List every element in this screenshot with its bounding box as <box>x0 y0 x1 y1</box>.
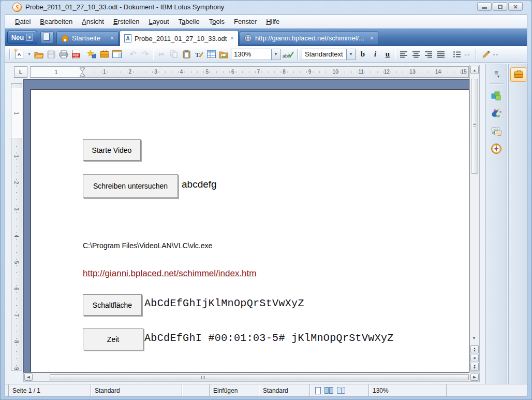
menu-item[interactable]: Bearbeiten <box>35 16 77 27</box>
toolbar-grip[interactable] <box>9 49 11 60</box>
tab-document[interactable]: A Probe_2011_01_27_10_33.odt × <box>120 30 239 46</box>
new-dropdown-arrow-icon[interactable]: ▾ <box>25 48 33 61</box>
menu-item[interactable]: Erstellen <box>109 16 144 27</box>
menu-item[interactable]: Fenster <box>229 16 261 27</box>
menu-item[interactable]: Layout <box>144 16 173 27</box>
copy-icon[interactable] <box>168 48 180 61</box>
spellcheck-icon[interactable]: abc <box>282 48 295 61</box>
toolbar-grip[interactable] <box>476 49 477 60</box>
menu-item[interactable]: Tools <box>204 16 229 27</box>
gallery-photos-icon[interactable] <box>490 124 503 138</box>
tab-stop-selector[interactable]: L <box>14 66 27 78</box>
tab-close-icon[interactable]: × <box>110 36 114 41</box>
export-pdf-icon[interactable]: PDF <box>70 48 82 61</box>
toolbox-button[interactable] <box>510 67 526 82</box>
toolbar-grip[interactable] <box>297 49 299 60</box>
indent-marker[interactable] <box>79 67 85 77</box>
hyperlink[interactable]: http://gianni.bplaced.net/schimmel/index… <box>83 268 256 279</box>
document-page[interactable]: Starte Video Schreiben untersuchen abcde… <box>31 89 469 373</box>
single-page-view-icon[interactable] <box>315 387 321 394</box>
cut-icon[interactable]: ✂ <box>155 48 168 61</box>
previous-page-button[interactable]: ▲▲ <box>470 345 479 353</box>
panel-window-icon[interactable] <box>111 48 123 61</box>
starte-video-button[interactable]: Starte Video <box>83 139 141 161</box>
toolbar-separator <box>125 49 125 60</box>
status-selection-mode[interactable]: Standard <box>259 384 310 396</box>
close-button[interactable]: × <box>508 2 523 11</box>
toolbar-overflow-icon[interactable]: ⌄⌄ <box>463 48 470 61</box>
status-zoom[interactable]: 130% <box>369 384 447 396</box>
redo-icon[interactable]: ↷ <box>139 48 152 61</box>
horizontal-scroll-thumb[interactable] <box>50 374 469 380</box>
next-page-button[interactable]: ▼▼ <box>470 363 479 371</box>
status-blank-segment <box>182 384 210 396</box>
tab-browser[interactable]: http://gianni.bplaced.net/schimmel/... × <box>240 31 378 45</box>
new-from-template-icon[interactable] <box>86 48 98 61</box>
align-justify-icon[interactable] <box>435 48 447 61</box>
vertical-ruler[interactable]: 1 123456789 <box>11 83 22 370</box>
bullet-list-icon[interactable] <box>451 48 463 61</box>
zoom-combo[interactable]: 130% ▼ <box>231 49 280 60</box>
underline-button[interactable]: u <box>381 48 394 61</box>
horizontal-scrollbar[interactable]: ◀ ▶ <box>23 373 480 382</box>
zeit-button[interactable]: Zeit <box>83 328 143 350</box>
schreiben-untersuchen-button[interactable]: Schreiben untersuchen <box>83 174 178 198</box>
bold-button[interactable]: b <box>357 48 369 61</box>
scroll-left-icon[interactable]: ◀ <box>24 374 33 381</box>
align-left-icon[interactable] <box>397 48 410 61</box>
tab-close-icon[interactable]: × <box>370 36 374 41</box>
tab-startseite[interactable]: Startseite × <box>56 31 119 45</box>
vertical-scroll-thumb[interactable] <box>471 79 478 174</box>
ruler-number: 13 <box>400 67 425 77</box>
menu-item[interactable]: Hilfe <box>261 16 284 27</box>
scroll-right-icon[interactable]: ▶ <box>470 374 479 381</box>
align-center-icon[interactable] <box>410 48 422 61</box>
new-dropdown-icon[interactable]: ▼ <box>26 34 33 41</box>
schaltflaeche-button[interactable]: Schaltfläche <box>83 294 142 316</box>
document-view[interactable]: Starte Video Schreiben untersuchen abcde… <box>23 79 469 373</box>
paragraph-style-combo[interactable]: Standardtext ▼ <box>302 49 356 60</box>
clipart-icon[interactable] <box>490 107 503 120</box>
format-paintbrush-icon[interactable]: T <box>193 48 205 61</box>
status-page-style[interactable]: Standard <box>91 384 182 396</box>
book-view-icon[interactable] <box>337 388 345 394</box>
gallery-icon[interactable] <box>217 48 230 61</box>
align-right-icon[interactable] <box>422 48 435 61</box>
maximize-button[interactable] <box>493 2 507 11</box>
navigation-button[interactable]: ● <box>470 354 479 362</box>
sidebar-toolbox-panel <box>508 64 528 385</box>
sidebar-menu-button[interactable]: ≡ ▼ <box>493 70 500 79</box>
zoom-dropdown-icon[interactable]: ▼ <box>271 49 280 60</box>
toolbox-icon[interactable] <box>98 48 111 61</box>
paste-icon[interactable] <box>180 48 193 61</box>
menu-item[interactable]: Tabelle <box>174 16 204 27</box>
compass-icon[interactable]: N <box>490 142 503 155</box>
save-icon[interactable] <box>45 48 57 61</box>
tab-close-icon[interactable]: × <box>230 36 234 41</box>
duplicate-tab-button[interactable] <box>40 31 54 44</box>
menu-item[interactable]: Datei <box>10 16 35 27</box>
status-bar: Seite 1 / 1 Standard Einfügen Standard 1… <box>5 384 527 396</box>
italic-button[interactable]: i <box>369 48 381 61</box>
menu-item[interactable]: Ansicht <box>77 16 109 27</box>
print-icon[interactable] <box>57 48 70 61</box>
new-text-document-icon[interactable]: ✶A <box>13 48 25 61</box>
widgets-cube-icon[interactable] <box>490 89 503 103</box>
minimize-button[interactable] <box>477 2 492 11</box>
ruler-number: 14 <box>425 67 451 77</box>
new-document-button[interactable]: Neu ▼ <box>7 31 37 44</box>
scroll-up-icon[interactable]: ▲ <box>470 66 479 74</box>
insert-table-icon[interactable] <box>205 48 217 61</box>
horizontal-ruler[interactable]: 1 123456789101112131415 <box>30 66 469 78</box>
style-dropdown-icon[interactable]: ▼ <box>346 49 355 60</box>
title-bar[interactable]: S Probe_2011_01_27_10_33.odt - Dokument … <box>0 0 532 15</box>
draw-overflow-icon[interactable]: ⌄⌄ <box>492 48 499 61</box>
scroll-down-icon[interactable]: ▼ <box>472 336 476 340</box>
multi-page-view-icon[interactable] <box>324 387 333 394</box>
status-insert-mode[interactable]: Einfügen <box>210 384 259 396</box>
open-file-icon[interactable] <box>33 48 45 61</box>
draw-pencil-icon[interactable] <box>479 48 492 61</box>
undo-icon[interactable]: ↶ <box>127 48 139 61</box>
vertical-scrollbar[interactable]: ▲ ▼ ▲▲ ● ▼▼ <box>469 65 480 372</box>
toolbox-icon <box>514 72 523 78</box>
